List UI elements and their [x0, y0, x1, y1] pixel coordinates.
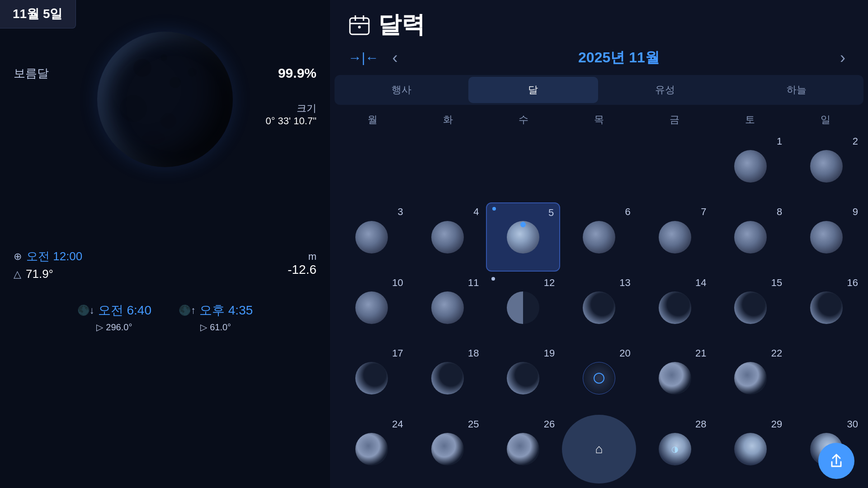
day-mon: 월 — [335, 109, 410, 130]
event-indicator-5 — [492, 207, 496, 211]
svg-point-4 — [358, 26, 361, 28]
day-22[interactable]: 22 — [714, 344, 788, 413]
left-panel: 11월 5일 보름달 99.9% 크기 0° 33' 10.7" ⊕ 오전 12… — [0, 0, 330, 488]
week-4: 17 18 19 20 21 — [335, 344, 863, 413]
moon-phase-5 — [507, 221, 539, 253]
day-7[interactable]: 7 — [638, 202, 712, 271]
day-19[interactable]: 19 — [486, 344, 560, 413]
moon-phase-17 — [355, 362, 388, 394]
tab-events[interactable]: 행사 — [336, 77, 467, 103]
home-icon: ⌂ — [595, 442, 603, 456]
event-indicator-12 — [491, 277, 495, 281]
event-indicator-20 — [594, 373, 604, 384]
empty-cell-w4 — [789, 344, 863, 413]
day-1[interactable]: 1 — [714, 132, 788, 201]
day-2[interactable]: 2 — [789, 132, 863, 201]
time-row: ⊕ 오전 12:00 — [14, 249, 316, 264]
moon-phase-16 — [810, 291, 843, 324]
share-button[interactable] — [818, 443, 854, 479]
moon-phase-15 — [734, 291, 767, 324]
set-direction-icon: ▷ — [200, 322, 207, 333]
day-fri: 금 — [637, 109, 712, 130]
rise-set-section: 🌑↓ 오전 6:40 ▷ 296.0° 🌑↑ 오후 4:35 ▷ 61.0° — [0, 302, 330, 333]
collapse-icon: →|← — [348, 50, 379, 66]
day-3[interactable]: 3 — [335, 202, 409, 271]
day-27-home[interactable]: ⌂ — [562, 415, 636, 483]
empty-cell — [562, 132, 636, 201]
day-6[interactable]: 6 — [562, 202, 636, 271]
moon-phase-26 — [507, 433, 539, 465]
moon-phase-3 — [355, 221, 388, 253]
moon-phase-21 — [659, 362, 691, 394]
home-button[interactable]: ⌂ — [583, 433, 615, 465]
day-20[interactable]: 20 — [562, 344, 636, 413]
moon-phase-8 — [734, 221, 767, 253]
collapse-button[interactable]: →|← — [348, 50, 379, 66]
day-28-moonnav[interactable]: 28 ◑ — [638, 415, 712, 483]
share-icon — [828, 453, 844, 469]
tab-meteor[interactable]: 유성 — [600, 77, 730, 103]
day-10[interactable]: 10 — [335, 273, 409, 342]
rise-direction-icon: ▷ — [96, 322, 103, 333]
tab-sky[interactable]: 하늘 — [732, 77, 862, 103]
empty-cell — [335, 132, 409, 201]
week-1: 1 2 — [335, 132, 863, 201]
day-17[interactable]: 17 — [335, 344, 409, 413]
moon-phase-13 — [583, 291, 615, 324]
day-16[interactable]: 16 — [789, 273, 863, 342]
app-title: 달력 — [348, 9, 425, 41]
day-5-selected[interactable]: 5 — [486, 202, 560, 271]
moon-phase-18 — [431, 362, 464, 394]
day-18[interactable]: 18 — [410, 344, 485, 413]
empty-cell — [410, 132, 485, 201]
moonset-item: 🌑↑ 오후 4:35 ▷ 61.0° — [179, 302, 253, 333]
next-month-button[interactable]: › — [835, 48, 850, 67]
day-25[interactable]: 25 — [410, 415, 485, 483]
day-wed: 수 — [486, 109, 561, 130]
calendar-grid: 월 화 수 목 금 토 일 1 2 — [330, 105, 868, 488]
day-29[interactable]: 29 — [714, 415, 788, 483]
day-12[interactable]: 12 — [486, 273, 560, 342]
day-21[interactable]: 21 — [638, 344, 712, 413]
day-thu: 목 — [561, 109, 637, 130]
day-11[interactable]: 11 — [410, 273, 485, 342]
moon-phase-1 — [734, 150, 767, 183]
prev-month-button[interactable]: ‹ — [388, 48, 402, 67]
moon-phase-28: ◑ — [659, 433, 691, 465]
day-26[interactable]: 26 — [486, 415, 560, 483]
moon-phase-19 — [507, 362, 539, 394]
day-13[interactable]: 13 — [562, 273, 636, 342]
size-info: 크기 0° 33' 10.7" — [265, 102, 316, 127]
day-8[interactable]: 8 — [714, 202, 788, 271]
day-24[interactable]: 24 — [335, 415, 409, 483]
moon-percent: 99.9% — [278, 66, 316, 81]
moonset-time: 오후 4:35 — [199, 302, 253, 319]
day-14[interactable]: 14 — [638, 273, 712, 342]
moon-phase-24 — [355, 433, 388, 465]
day-headers: 월 화 수 목 금 토 일 — [335, 109, 863, 130]
moon-phase-7 — [659, 221, 691, 253]
moon-phase-11 — [431, 291, 464, 324]
day-4[interactable]: 4 — [410, 202, 485, 271]
moonrise-item: 🌑↓ 오전 6:40 ▷ 296.0° — [77, 302, 151, 333]
magnitude-info: m -12.6 — [288, 251, 316, 277]
current-month-label: 2025년 11월 — [411, 48, 826, 68]
day-15[interactable]: 15 — [714, 273, 788, 342]
moonset-icon: 🌑↑ — [179, 305, 196, 316]
moon-phase-2 — [810, 150, 843, 183]
moon-phase-9 — [810, 221, 843, 253]
day-sun: 일 — [788, 109, 863, 130]
moonrise-time: 오전 6:40 — [98, 302, 151, 319]
moon-phase-14 — [659, 291, 691, 324]
observation-time: 오전 12:00 — [26, 249, 82, 264]
moon-phase-29 — [734, 433, 767, 465]
day-tue: 화 — [410, 109, 486, 130]
calendar-weeks: 1 2 3 4 5 — [335, 132, 863, 483]
altitude-value: 71.9° — [26, 267, 53, 281]
moon-phase-12 — [507, 291, 539, 324]
crosshair-icon: ⊕ — [14, 251, 22, 263]
day-sat: 토 — [712, 109, 788, 130]
tab-moon[interactable]: 달 — [468, 77, 599, 103]
day-9[interactable]: 9 — [789, 202, 863, 271]
right-panel: 달력 →|← ‹ 2025년 11월 › 행사 달 유성 하늘 월 화 수 목 … — [330, 0, 868, 488]
